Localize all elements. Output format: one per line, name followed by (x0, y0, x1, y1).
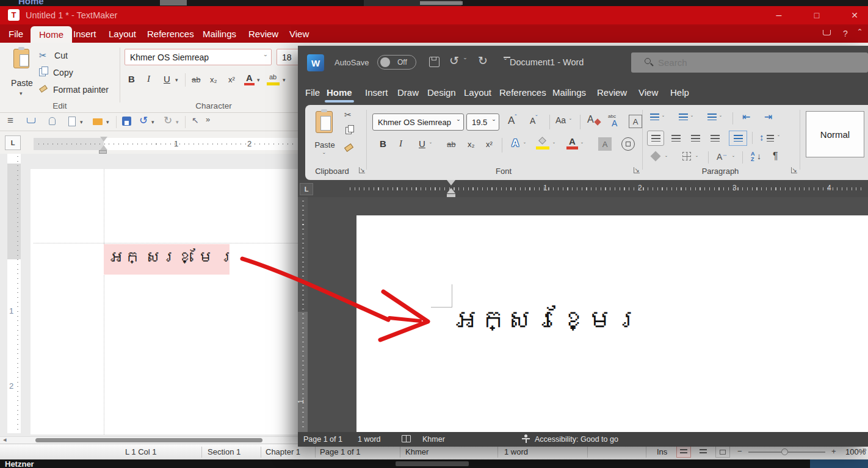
search-input[interactable] (658, 56, 853, 69)
clipboard-dialog-launcher[interactable]: ↘ (359, 167, 365, 173)
font-name-combo[interactable]: Khmer OS Siemreap ˇ (125, 49, 272, 65)
open-folder-icon[interactable] (93, 118, 103, 125)
tab-home[interactable]: Home (327, 84, 352, 100)
font-dialog-launcher[interactable]: ↘ (634, 167, 640, 173)
highlight-button[interactable]: ab (269, 74, 277, 81)
bullet-list-button[interactable] (650, 113, 659, 120)
view-mode-normal[interactable] (676, 446, 691, 458)
numbered-dropdown-icon[interactable]: ˇ (691, 115, 693, 121)
sort-button[interactable]: A Z ↓ (751, 151, 765, 163)
tab-view[interactable]: View (289, 24, 309, 43)
status-overflow-icon[interactable]: » (863, 445, 867, 454)
italic-button[interactable]: I (399, 139, 402, 148)
autosave-toggle[interactable]: Off (377, 55, 416, 70)
borders-dropdown-icon[interactable]: ˇ (696, 156, 698, 161)
multilevel-list-button[interactable] (707, 113, 717, 120)
view-mode-preview[interactable] (715, 446, 730, 458)
indent-marker-top[interactable] (100, 137, 107, 142)
redo-dropdown-icon[interactable]: ▾ (176, 120, 179, 125)
align-center-button[interactable] (671, 135, 681, 142)
align-left-button[interactable] (647, 131, 664, 146)
tab-file[interactable]: File (305, 84, 320, 100)
change-case-dropdown-icon[interactable]: ˇ (570, 118, 571, 124)
font-color-button[interactable]: A (569, 137, 576, 146)
tab-view[interactable]: View (638, 84, 658, 100)
superscript-button[interactable]: x² (228, 76, 235, 84)
status-word-count[interactable]: 1 word (504, 447, 528, 456)
paste-button[interactable]: Paste ˇ (310, 109, 339, 166)
indent-marker-bottom[interactable] (447, 188, 455, 193)
bold-button[interactable]: B (380, 139, 386, 148)
text-effects-button[interactable]: A (512, 138, 519, 148)
font-color-dropdown-icon[interactable]: ˇ (581, 142, 583, 148)
zoom-slider-knob[interactable] (781, 448, 788, 455)
redo-icon[interactable]: ↻ (164, 114, 172, 127)
increase-indent-button[interactable]: ⇥ (764, 111, 772, 123)
new-dropdown-icon[interactable]: ▾ (80, 120, 83, 125)
tab-selector[interactable]: L (300, 183, 313, 195)
tab-review[interactable]: Review (597, 84, 627, 100)
undo-dropdown-icon[interactable]: ˇ (464, 58, 466, 65)
line-spacing-button[interactable]: ↕ (759, 132, 764, 142)
format-painter-icon[interactable] (344, 143, 353, 152)
multilevel-dropdown-icon[interactable]: ˇ (720, 115, 722, 121)
indent-marker-top[interactable] (447, 180, 455, 185)
accessibility-icon[interactable] (521, 434, 530, 444)
cart-icon[interactable] (823, 30, 831, 35)
open-dropdown-icon[interactable]: ▾ (106, 120, 109, 125)
subscript-button[interactable]: x₂ (210, 76, 217, 84)
enclose-characters-button[interactable] (621, 137, 635, 151)
font-color-dropdown-icon[interactable]: ▾ (257, 77, 260, 83)
tab-draw[interactable]: Draw (397, 84, 419, 100)
toolbar-overflow-icon[interactable]: » (206, 115, 210, 124)
document-page[interactable]: អក្ សរខ្ មែ រ (31, 169, 298, 434)
status-word-count[interactable]: 1 word (358, 435, 381, 444)
copy-button[interactable]: Copy (39, 67, 73, 79)
tab-file[interactable]: File (9, 24, 23, 43)
scroll-left-icon[interactable]: ◂ (3, 436, 7, 444)
line-spacing-dropdown-icon[interactable]: ˇ (778, 135, 779, 140)
new-document-icon[interactable] (68, 117, 76, 126)
customize-toolbar-caret[interactable]: ˇ (504, 59, 507, 66)
phonetic-guide-button[interactable]: abc A (608, 113, 623, 129)
align-right-button[interactable] (691, 135, 700, 142)
tab-layout[interactable]: Layout (109, 24, 136, 43)
indent-marker-bottom[interactable] (100, 145, 107, 150)
document-page[interactable]: អក្សរខ្មែរ (356, 215, 868, 432)
khmer-document-text[interactable]: អក្សរខ្មែរ (453, 301, 641, 339)
pilcrow-button[interactable]: ¶ (773, 151, 778, 162)
status-page[interactable]: Page 1 of 1 (320, 447, 361, 456)
asian-layout-dropdown-icon[interactable]: ˇ (732, 156, 734, 161)
undo-dropdown-icon[interactable]: ▾ (151, 120, 154, 125)
search-box[interactable] (631, 52, 868, 73)
tab-references[interactable]: References (147, 24, 194, 43)
numbered-list-button[interactable] (679, 113, 688, 120)
status-section[interactable]: Section 1 (208, 447, 241, 456)
tab-mailings[interactable]: Mailings (552, 84, 586, 100)
format-painter-button[interactable]: Format painter (39, 84, 109, 96)
tab-home[interactable]: Home (31, 26, 72, 43)
shrink-font-button[interactable]: Aˇ (530, 115, 538, 125)
cut-icon[interactable]: ✂ (344, 110, 352, 120)
tab-insert[interactable]: Insert (73, 24, 96, 43)
proofing-book-icon[interactable] (402, 435, 411, 442)
cart-icon[interactable] (27, 118, 35, 123)
tab-mailings[interactable]: Mailings (203, 24, 236, 43)
underline-dropdown-icon[interactable]: ˇ (430, 142, 432, 148)
change-case-button[interactable]: Aa (555, 116, 566, 124)
minimize-button[interactable]: – (770, 7, 787, 23)
close-button[interactable]: ✕ (846, 7, 863, 23)
paste-button[interactable]: Paste ▾ (6, 46, 38, 105)
grow-font-button[interactable]: Aˆ (508, 115, 517, 126)
view-mode-continuous[interactable] (696, 446, 711, 458)
tab-references[interactable]: References (499, 84, 546, 100)
pointer-icon[interactable]: ↖ (192, 115, 199, 125)
status-insert-mode[interactable]: Ins (657, 447, 667, 456)
align-justify-button[interactable] (711, 135, 720, 142)
font-color-button[interactable]: A (246, 73, 253, 82)
character-border-button[interactable]: A (629, 115, 642, 128)
borders-button[interactable] (682, 152, 691, 160)
zoom-out-button[interactable]: − (737, 447, 742, 456)
status-page[interactable]: Page 1 of 1 (303, 435, 342, 444)
hamburger-icon[interactable]: ≡ (7, 115, 13, 127)
